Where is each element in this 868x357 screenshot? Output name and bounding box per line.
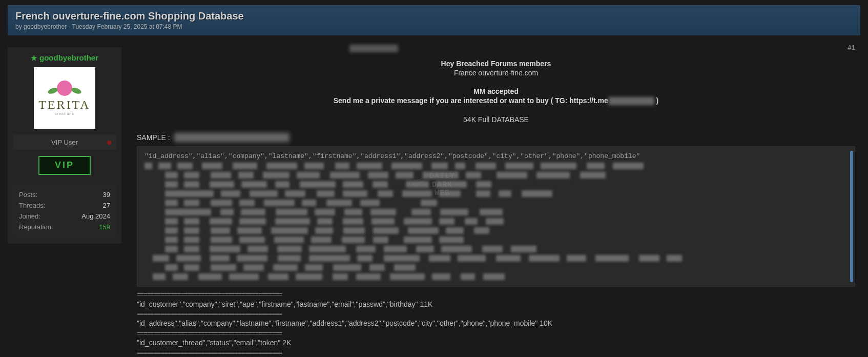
post-dbsize: 54K Full DATABASE [137,115,855,124]
username-text: goodbyebrother [39,53,98,62]
code-redacted-row [144,235,848,244]
schema-line: "id_address","alias","company","lastname… [137,319,855,329]
user-panel: ★ goodbyebrother TERITA creations VIP Us… [8,39,121,357]
thread-title: French ouverture-fine.com Shopping Datab… [15,10,853,22]
avatar-subtext: creations [55,112,74,115]
avatar-flower-icon [57,81,72,96]
post-container: ★ goodbyebrother TERITA creations VIP Us… [8,39,860,357]
code-redacted-row [144,263,848,272]
post-content: Hey Breached Forums members France ouver… [137,60,855,124]
user-status-row: VIP User [13,135,116,150]
divider: ========================================… [137,290,855,299]
post-number-link[interactable]: #1 [848,44,855,51]
post-site: France ouverture-fine.com [137,69,855,77]
star-icon: ★ [31,54,37,62]
username-link[interactable]: ★ goodbyebrother [13,53,116,62]
redacted-sample-link [174,133,290,142]
divider: ========================================… [137,348,855,357]
stat-joined: Joined: Aug 2024 [19,211,110,222]
code-redacted-row [144,161,848,170]
avatar[interactable]: TERITA creations [34,67,95,129]
stat-posts: Posts: 39 [19,189,110,200]
redacted-top [349,45,398,52]
stat-threads: Threads: 27 [19,200,110,211]
code-redacted-row [144,170,848,180]
code-redacted-row [144,226,848,235]
code-redacted-row [144,272,848,281]
schema-block: ========================================… [137,290,855,357]
sample-label: SAMPLE : [137,133,170,142]
code-redacted-row [144,207,848,216]
schema-line: "id_customer","company","siret","ape","f… [137,300,855,310]
stat-reputation[interactable]: Reputation: 159 [19,222,110,232]
thread-header: French ouverture-fine.com Shopping Datab… [8,5,860,35]
code-redacted-row [144,253,848,263]
schema-line: "id_customer_thread","status","email","t… [137,338,855,348]
code-redacted-row [144,216,848,226]
scrollbar[interactable] [850,151,853,282]
post-body: #1 Hey Breached Forums members France ou… [121,39,860,357]
post-greeting: Hey Breached Forums members [137,60,855,68]
user-stats: Posts: 39 Threads: 27 Joined: Aug 2024 R… [13,184,116,237]
code-redacted-row [144,198,848,207]
divider: ========================================… [137,329,855,338]
code-redacted-row [144,244,848,253]
thread-byline: by goodbyebrother - Tuesday February 25,… [15,23,853,30]
code-sample-block[interactable]: "id_address","alias","company","lastname… [137,146,855,287]
code-redacted-row [144,189,848,198]
telegram-link[interactable]: https://t.me [569,96,608,105]
redacted-tg [608,97,654,105]
code-header-line: "id_address","alias","company","lastname… [144,152,848,161]
avatar-text: TERITA [38,98,90,112]
vip-badge: VIP [38,156,91,175]
post-contact: Send me a private message if you are int… [137,96,855,105]
post-mm: MM accepted [137,87,855,95]
divider: ========================================… [137,309,855,319]
offline-indicator-icon [107,141,111,145]
sample-row: SAMPLE : [137,133,855,142]
user-status-label: VIP User [51,138,78,146]
code-redacted-row [144,180,848,189]
